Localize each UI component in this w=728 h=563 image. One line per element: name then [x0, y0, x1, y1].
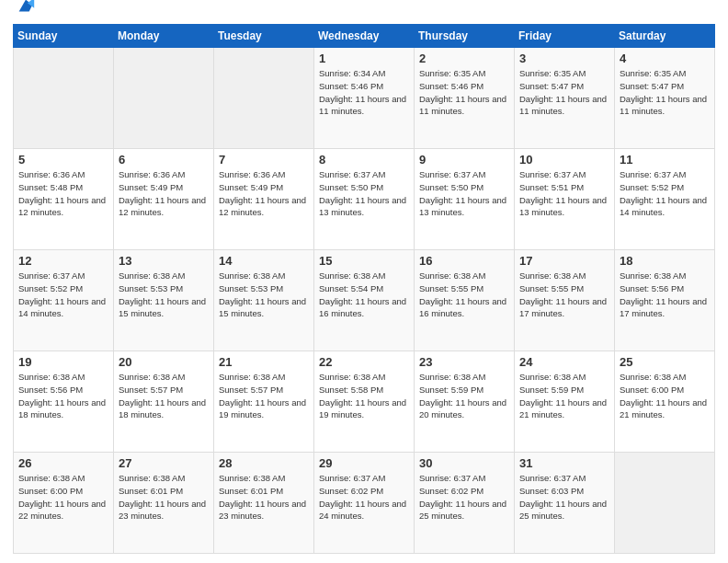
day-info: Sunrise: 6:38 AM Sunset: 5:57 PM Dayligh… [219, 371, 309, 421]
calendar-cell [214, 48, 314, 149]
day-info: Sunrise: 6:37 AM Sunset: 5:50 PM Dayligh… [319, 168, 409, 219]
day-info: Sunrise: 6:38 AM Sunset: 5:53 PM Dayligh… [219, 270, 309, 320]
calendar-cell: 9Sunrise: 6:37 AM Sunset: 5:50 PM Daylig… [415, 149, 515, 250]
day-info: Sunrise: 6:34 AM Sunset: 5:46 PM Dayligh… [319, 67, 409, 118]
day-number: 9 [419, 153, 509, 167]
day-info: Sunrise: 6:35 AM Sunset: 5:46 PM Dayligh… [419, 67, 509, 118]
day-info: Sunrise: 6:37 AM Sunset: 5:52 PM Dayligh… [18, 270, 108, 320]
day-number: 23 [419, 355, 509, 369]
calendar-cell: 7Sunrise: 6:36 AM Sunset: 5:49 PM Daylig… [214, 149, 314, 250]
day-info: Sunrise: 6:37 AM Sunset: 6:02 PM Dayligh… [319, 472, 409, 523]
calendar-week-3: 19Sunrise: 6:38 AM Sunset: 5:56 PM Dayli… [14, 351, 715, 453]
day-number: 4 [620, 52, 710, 65]
header-monday: Monday [114, 25, 214, 48]
header [13, 9, 715, 17]
day-info: Sunrise: 6:36 AM Sunset: 5:49 PM Dayligh… [219, 168, 309, 219]
calendar-cell: 5Sunrise: 6:36 AM Sunset: 5:48 PM Daylig… [14, 149, 114, 250]
calendar-cell: 8Sunrise: 6:37 AM Sunset: 5:50 PM Daylig… [314, 149, 415, 250]
calendar-cell: 12Sunrise: 6:37 AM Sunset: 5:52 PM Dayli… [14, 250, 114, 351]
calendar-table: Sunday Monday Tuesday Wednesday Thursday… [13, 24, 715, 554]
calendar-cell [14, 48, 114, 149]
calendar-header-row: Sunday Monday Tuesday Wednesday Thursday… [14, 25, 715, 48]
calendar-cell: 25Sunrise: 6:38 AM Sunset: 6:00 PM Dayli… [615, 351, 715, 453]
calendar-cell: 17Sunrise: 6:38 AM Sunset: 5:55 PM Dayli… [515, 250, 615, 351]
day-info: Sunrise: 6:36 AM Sunset: 5:48 PM Dayligh… [18, 168, 108, 219]
calendar-cell: 29Sunrise: 6:37 AM Sunset: 6:02 PM Dayli… [314, 453, 415, 554]
day-number: 7 [219, 153, 309, 167]
day-info: Sunrise: 6:38 AM Sunset: 6:00 PM Dayligh… [18, 472, 108, 523]
day-number: 10 [519, 153, 609, 167]
day-info: Sunrise: 6:35 AM Sunset: 5:47 PM Dayligh… [519, 67, 609, 118]
day-info: Sunrise: 6:38 AM Sunset: 5:57 PM Dayligh… [119, 371, 209, 421]
day-info: Sunrise: 6:38 AM Sunset: 6:01 PM Dayligh… [119, 472, 209, 523]
calendar-week-0: 1Sunrise: 6:34 AM Sunset: 5:46 PM Daylig… [14, 48, 715, 149]
day-number: 21 [219, 355, 309, 369]
page: Sunday Monday Tuesday Wednesday Thursday… [0, 0, 728, 563]
calendar-cell: 23Sunrise: 6:38 AM Sunset: 5:59 PM Dayli… [415, 351, 515, 453]
day-info: Sunrise: 6:38 AM Sunset: 5:58 PM Dayligh… [319, 371, 409, 421]
calendar-week-2: 12Sunrise: 6:37 AM Sunset: 5:52 PM Dayli… [14, 250, 715, 351]
day-number: 14 [219, 254, 309, 268]
header-wednesday: Wednesday [314, 25, 415, 48]
calendar-cell: 15Sunrise: 6:38 AM Sunset: 5:54 PM Dayli… [314, 250, 415, 351]
day-info: Sunrise: 6:35 AM Sunset: 5:47 PM Dayligh… [620, 67, 710, 118]
day-info: Sunrise: 6:37 AM Sunset: 6:03 PM Dayligh… [519, 472, 609, 523]
day-info: Sunrise: 6:38 AM Sunset: 5:54 PM Dayligh… [319, 270, 409, 320]
day-number: 1 [319, 52, 409, 65]
calendar-cell: 22Sunrise: 6:38 AM Sunset: 5:58 PM Dayli… [314, 351, 415, 453]
header-sunday: Sunday [14, 25, 114, 48]
header-saturday: Saturday [615, 25, 715, 48]
calendar-cell: 21Sunrise: 6:38 AM Sunset: 5:57 PM Dayli… [214, 351, 314, 453]
day-number: 25 [620, 355, 710, 369]
day-info: Sunrise: 6:38 AM Sunset: 5:56 PM Dayligh… [620, 270, 710, 320]
header-friday: Friday [515, 25, 615, 48]
calendar-cell: 16Sunrise: 6:38 AM Sunset: 5:55 PM Dayli… [415, 250, 515, 351]
day-number: 2 [419, 52, 509, 65]
calendar-cell: 19Sunrise: 6:38 AM Sunset: 5:56 PM Dayli… [14, 351, 114, 453]
header-thursday: Thursday [415, 25, 515, 48]
calendar-cell: 3Sunrise: 6:35 AM Sunset: 5:47 PM Daylig… [515, 48, 615, 149]
day-number: 27 [119, 456, 209, 470]
day-number: 19 [18, 355, 108, 369]
day-number: 5 [18, 153, 108, 167]
calendar-cell: 30Sunrise: 6:37 AM Sunset: 6:02 PM Dayli… [415, 453, 515, 554]
calendar-cell: 11Sunrise: 6:37 AM Sunset: 5:52 PM Dayli… [615, 149, 715, 250]
day-info: Sunrise: 6:38 AM Sunset: 6:00 PM Dayligh… [620, 371, 710, 421]
calendar-cell: 1Sunrise: 6:34 AM Sunset: 5:46 PM Daylig… [314, 48, 415, 149]
calendar-cell: 27Sunrise: 6:38 AM Sunset: 6:01 PM Dayli… [114, 453, 214, 554]
calendar-cell: 28Sunrise: 6:38 AM Sunset: 6:01 PM Dayli… [214, 453, 314, 554]
calendar-cell: 4Sunrise: 6:35 AM Sunset: 5:47 PM Daylig… [615, 48, 715, 149]
calendar-cell: 31Sunrise: 6:37 AM Sunset: 6:03 PM Dayli… [515, 453, 615, 554]
day-info: Sunrise: 6:36 AM Sunset: 5:49 PM Dayligh… [119, 168, 209, 219]
day-number: 8 [319, 153, 409, 167]
calendar-cell: 10Sunrise: 6:37 AM Sunset: 5:51 PM Dayli… [515, 149, 615, 250]
day-info: Sunrise: 6:38 AM Sunset: 5:55 PM Dayligh… [419, 270, 509, 320]
day-info: Sunrise: 6:37 AM Sunset: 6:02 PM Dayligh… [419, 472, 509, 523]
day-number: 24 [519, 355, 609, 369]
day-number: 16 [419, 254, 509, 268]
logo [13, 9, 36, 17]
day-number: 20 [119, 355, 209, 369]
calendar-cell: 24Sunrise: 6:38 AM Sunset: 5:59 PM Dayli… [515, 351, 615, 453]
day-info: Sunrise: 6:38 AM Sunset: 5:53 PM Dayligh… [119, 270, 209, 320]
day-info: Sunrise: 6:38 AM Sunset: 5:59 PM Dayligh… [519, 371, 609, 421]
day-number: 13 [119, 254, 209, 268]
calendar-cell: 20Sunrise: 6:38 AM Sunset: 5:57 PM Dayli… [114, 351, 214, 453]
day-info: Sunrise: 6:37 AM Sunset: 5:51 PM Dayligh… [519, 168, 609, 219]
day-number: 29 [319, 456, 409, 470]
day-number: 12 [18, 254, 108, 268]
day-info: Sunrise: 6:38 AM Sunset: 5:55 PM Dayligh… [519, 270, 609, 320]
day-number: 30 [419, 456, 509, 470]
day-number: 22 [319, 355, 409, 369]
day-info: Sunrise: 6:37 AM Sunset: 5:52 PM Dayligh… [620, 168, 710, 219]
day-number: 28 [219, 456, 309, 470]
day-number: 11 [620, 153, 710, 167]
calendar-cell: 14Sunrise: 6:38 AM Sunset: 5:53 PM Dayli… [214, 250, 314, 351]
calendar-week-4: 26Sunrise: 6:38 AM Sunset: 6:00 PM Dayli… [14, 453, 715, 554]
day-number: 31 [519, 456, 609, 470]
day-number: 17 [519, 254, 609, 268]
day-number: 18 [620, 254, 710, 268]
calendar-cell: 18Sunrise: 6:38 AM Sunset: 5:56 PM Dayli… [615, 250, 715, 351]
calendar-cell [615, 453, 715, 554]
logo-icon [16, 0, 36, 17]
